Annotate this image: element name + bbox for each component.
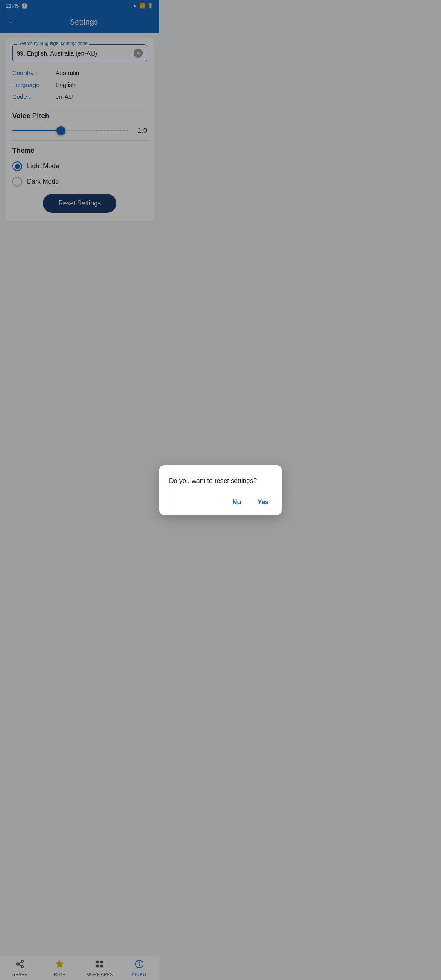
dialog-overlay[interactable]: Do you want to reset settings? No Yes (0, 0, 159, 354)
